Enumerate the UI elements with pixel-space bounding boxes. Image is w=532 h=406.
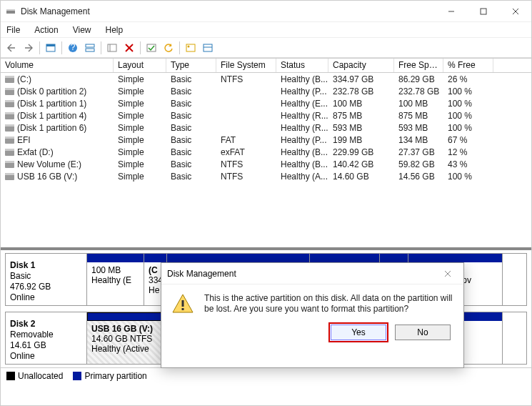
- volume-icon: [5, 173, 14, 180]
- delete-icon[interactable]: [121, 40, 137, 56]
- volume-list[interactable]: (C:)SimpleBasicNTFSHealthy (B...334.97 G…: [1, 73, 531, 247]
- dialog-close-button[interactable]: [438, 265, 458, 282]
- svg-rect-1: [6, 9, 15, 11]
- menubar: File Action View Help: [1, 22, 531, 38]
- table-row[interactable]: (C:)SimpleBasicNTFSHealthy (B...334.97 G…: [1, 73, 531, 85]
- volume-icon: [5, 76, 14, 83]
- forward-button[interactable]: [21, 40, 36, 56]
- toolbar: ?: [1, 38, 531, 58]
- partition[interactable]: USB 16 GB (V:)14.60 GB NTFSHealthy (Acti…: [87, 312, 163, 364]
- legend-primary: Primary partition: [84, 371, 146, 381]
- properties-icon[interactable]: [200, 40, 216, 56]
- maximize-button[interactable]: [467, 1, 499, 22]
- svg-point-18: [188, 45, 190, 47]
- volume-icon: [5, 149, 14, 156]
- partition[interactable]: 100 MBHealthy (E: [87, 254, 144, 305]
- svg-text:?: ?: [71, 43, 76, 52]
- disk-info[interactable]: Disk 2Removable14.61 GBOnline: [6, 312, 87, 364]
- dialog-title: Disk Management: [167, 269, 236, 279]
- col-capacity[interactable]: Capacity: [328, 59, 394, 72]
- menu-action[interactable]: Action: [31, 24, 61, 36]
- svg-rect-3: [481, 9, 486, 14]
- svg-rect-19: [204, 44, 212, 51]
- check-icon[interactable]: [144, 40, 159, 56]
- table-row[interactable]: (Disk 1 partition 1)SimpleBasicHealthy (…: [1, 97, 531, 109]
- toolbar-layout-icon[interactable]: [82, 40, 98, 56]
- menu-view[interactable]: View: [70, 24, 94, 36]
- svg-rect-16: [147, 44, 156, 51]
- titlebar: Disk Management: [1, 1, 531, 22]
- svg-rect-11: [86, 49, 94, 51]
- svg-rect-23: [182, 300, 184, 307]
- table-row[interactable]: Exfat (D:)SimpleBasicexFATHealthy (B...2…: [1, 146, 531, 158]
- table-row[interactable]: EFISimpleBasicFATHealthy (P...199 MB134 …: [1, 134, 531, 146]
- svg-rect-17: [186, 44, 195, 51]
- window-title: Disk Management: [21, 6, 435, 16]
- col-volume[interactable]: Volume: [1, 59, 114, 72]
- menu-file[interactable]: File: [4, 24, 23, 36]
- volume-icon: [5, 161, 14, 168]
- svg-rect-24: [182, 308, 184, 310]
- dialog-message: This is the active partition on this dis…: [204, 293, 453, 315]
- wizard-icon[interactable]: [183, 40, 199, 56]
- svg-rect-12: [108, 44, 116, 51]
- col-freespace[interactable]: Free Spa...: [394, 59, 443, 72]
- col-status[interactable]: Status: [276, 59, 328, 72]
- yes-button[interactable]: Yes: [331, 325, 386, 340]
- col-type[interactable]: Type: [166, 59, 216, 72]
- no-button[interactable]: No: [395, 325, 451, 340]
- svg-rect-10: [86, 44, 94, 47]
- table-row[interactable]: (Disk 1 partition 4)SimpleBasicHealthy (…: [1, 109, 531, 122]
- volume-icon: [5, 88, 14, 95]
- toolbar-view-icon[interactable]: [43, 40, 59, 56]
- back-button[interactable]: [4, 40, 19, 56]
- minimize-button[interactable]: [435, 1, 467, 22]
- col-pctfree[interactable]: % Free: [443, 59, 493, 72]
- app-icon: [5, 6, 16, 17]
- disk-info[interactable]: Disk 1Basic476.92 GBOnline: [6, 254, 87, 305]
- volume-icon: [5, 137, 14, 144]
- help-icon[interactable]: ?: [65, 40, 81, 56]
- table-row[interactable]: New Volume (E:)SimpleBasicNTFSHealthy (B…: [1, 158, 531, 170]
- table-row[interactable]: USB 16 GB (V:)SimpleBasicNTFSHealthy (A.…: [1, 170, 531, 182]
- refresh-icon[interactable]: [161, 40, 176, 56]
- toolbar-settings-icon[interactable]: [104, 40, 120, 56]
- legend: Unallocated Primary partition: [1, 367, 531, 383]
- menu-help[interactable]: Help: [103, 24, 126, 36]
- volume-icon: [5, 124, 14, 132]
- warning-icon: [171, 293, 194, 315]
- col-filesystem[interactable]: File System: [216, 59, 276, 72]
- volume-list-header: Volume Layout Type File System Status Ca…: [1, 58, 531, 73]
- volume-icon: [5, 100, 14, 107]
- col-layout[interactable]: Layout: [114, 59, 166, 72]
- legend-unallocated: Unallocated: [18, 371, 63, 381]
- confirm-dialog: Disk Management This is the active parti…: [161, 262, 464, 368]
- volume-icon: [5, 112, 14, 119]
- svg-rect-7: [46, 44, 55, 46]
- table-row[interactable]: (Disk 1 partition 6)SimpleBasicHealthy (…: [1, 122, 531, 134]
- table-row[interactable]: (Disk 0 partition 2)SimpleBasicHealthy (…: [1, 85, 531, 97]
- close-button[interactable]: [499, 1, 531, 22]
